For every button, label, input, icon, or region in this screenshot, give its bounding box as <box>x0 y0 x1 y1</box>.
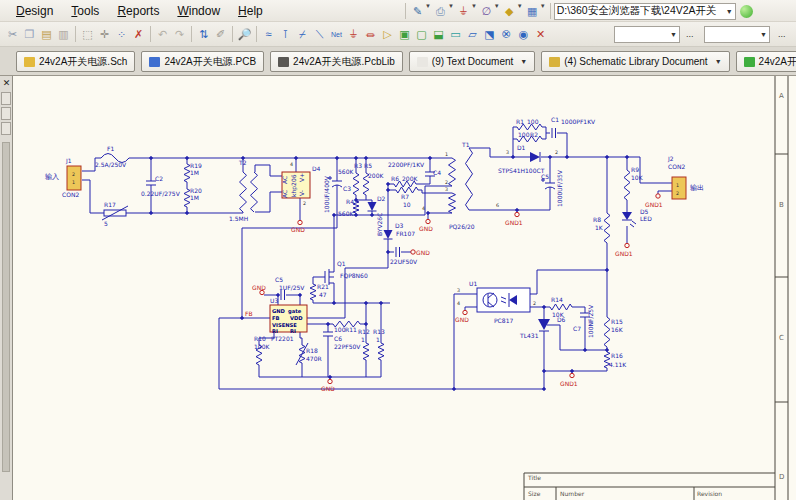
svg-text:47: 47 <box>319 291 327 298</box>
directive-icon[interactable]: ◉ <box>515 26 532 43</box>
junction-icon[interactable]: ◆ <box>501 3 518 20</box>
tab-5[interactable]: (4) Schematic Library Document▼ <box>541 51 729 72</box>
svg-text:D2: D2 <box>377 195 386 202</box>
svg-text:Size: Size <box>528 490 541 497</box>
svg-text:FB: FB <box>272 315 280 321</box>
pcblib-doc-icon <box>278 57 289 67</box>
vcc-port-icon[interactable]: ⏛ <box>362 26 379 43</box>
panel-button[interactable] <box>1 107 11 120</box>
part-icon[interactable]: ▷ <box>379 26 396 43</box>
collapsed-panel-strip[interactable]: ✕ <box>0 76 13 500</box>
schematic-svg[interactable]: ABCDTitleSizeNumberRevisionJ1CON2输入21F12… <box>13 76 796 500</box>
print-icon[interactable]: ⎙ <box>432 3 449 20</box>
svg-text:R13: R13 <box>373 328 385 335</box>
gnd-port-icon[interactable]: ⏚ <box>345 26 362 43</box>
svg-text:2: 2 <box>445 180 448 185</box>
more-button-1[interactable]: ... <box>686 29 694 39</box>
grid-icon[interactable]: ▦ <box>524 3 541 20</box>
bus-icon[interactable]: ⊺ <box>277 26 294 43</box>
svg-text:gate: gate <box>288 308 302 315</box>
find-similar-icon[interactable]: 🔎 <box>236 26 253 43</box>
svg-text:R2: R2 <box>530 131 538 138</box>
tab-6[interactable]: 24v2A开关电源.PCB <box>736 51 796 72</box>
menu-help[interactable]: Help <box>230 1 271 21</box>
svg-text:V+: V+ <box>298 173 305 182</box>
paste-special-icon[interactable]: ▥ <box>55 26 72 43</box>
power-port-icon[interactable]: ⏚ <box>455 3 472 20</box>
svg-text:A: A <box>779 92 784 100</box>
port-icon[interactable]: ⬔ <box>481 26 498 43</box>
paste-icon[interactable]: ▤ <box>38 26 55 43</box>
wire-icon[interactable]: ≈ <box>260 26 277 43</box>
svg-text:D5: D5 <box>640 208 649 215</box>
device-sheet-icon[interactable]: ▭ <box>447 26 464 43</box>
redo-icon[interactable]: ↷ <box>171 26 188 43</box>
more-button-2[interactable]: ... <box>778 29 786 39</box>
panel-button[interactable] <box>1 122 11 135</box>
deselect-icon[interactable]: ⁘ <box>113 26 130 43</box>
svg-text:3: 3 <box>506 150 509 155</box>
ic-part-icon[interactable]: ▣ <box>396 26 413 43</box>
move-updown-icon[interactable]: ⇅ <box>195 26 212 43</box>
svg-text:100: 100 <box>527 118 539 125</box>
combo-arrow-icon[interactable]: ▼ <box>758 31 767 38</box>
tab-dropdown-icon[interactable]: ▼ <box>520 58 527 65</box>
undo-icon[interactable]: ↶ <box>154 26 171 43</box>
no-erc-icon[interactable]: ⮿ <box>498 26 515 43</box>
filter-combo-2[interactable]: ▼ <box>704 26 770 43</box>
svg-text:FB: FB <box>245 310 253 317</box>
wiring-tool-icon[interactable]: ✎ <box>409 3 426 20</box>
svg-text:5: 5 <box>104 220 108 227</box>
schematic-canvas[interactable]: ABCDTitleSizeNumberRevisionJ1CON2输入21F12… <box>13 76 796 500</box>
panel-splitter[interactable] <box>2 142 10 472</box>
document-path-combo[interactable]: D:\360安全浏览器下载\24V2A开关 ▼ <box>554 3 736 20</box>
sheet-entry-icon[interactable]: ⬓ <box>430 26 447 43</box>
tab-4[interactable]: (9) Text Document▼ <box>409 51 535 72</box>
copy-icon[interactable]: ❐ <box>21 26 38 43</box>
menu-window[interactable]: Window <box>169 1 228 21</box>
combo-arrow-icon[interactable]: ▼ <box>724 8 733 15</box>
tab-label: 24v2A开关电源.Sch <box>39 55 127 69</box>
svg-text:GND: GND <box>291 226 305 233</box>
menu-reports[interactable]: Reports <box>109 1 167 21</box>
svg-text:RI: RI <box>290 328 296 334</box>
tab-2[interactable]: 24v2A开关电源.PCB <box>141 51 264 72</box>
pin-icon[interactable]: ∅ <box>478 3 495 20</box>
svg-text:FQP8N60: FQP8N60 <box>340 272 368 279</box>
tab-1[interactable]: 24v2A开关电源.Sch <box>16 51 135 72</box>
svg-text:R18: R18 <box>306 347 318 354</box>
move-icon[interactable]: ✛ <box>96 26 113 43</box>
cut-icon[interactable]: ✂ <box>4 26 21 43</box>
bus-entry-icon[interactable]: ⌿ <box>294 26 311 43</box>
select-area-icon[interactable]: ⬚ <box>79 26 96 43</box>
filter-combo-1[interactable]: ▼ <box>614 26 680 43</box>
svg-text:AC: AC <box>281 190 288 198</box>
menu-design[interactable]: Design <box>8 1 61 21</box>
svg-text:PQ26/20: PQ26/20 <box>449 223 475 230</box>
svg-text:Revision: Revision <box>697 490 722 497</box>
clear-filter-icon[interactable]: ✗ <box>130 26 147 43</box>
svg-text:GND: GND <box>321 385 335 392</box>
tab-label: 24v2A开关电源.PCB <box>759 55 796 69</box>
sheet-symbol-icon[interactable]: ▢ <box>413 26 430 43</box>
svg-text:C4: C4 <box>433 169 441 176</box>
cross-icon[interactable]: ✕ <box>532 26 549 43</box>
line-icon[interactable]: ⟍ <box>311 26 328 43</box>
svg-text:1M: 1M <box>190 194 199 201</box>
svg-text:200K: 200K <box>402 175 418 182</box>
menu-tools[interactable]: Tools <box>63 1 107 21</box>
close-icon[interactable]: ✕ <box>1 78 12 89</box>
tab-label: (4) Schematic Library Document <box>564 56 707 67</box>
svg-text:C3: C3 <box>343 185 351 192</box>
panel-button[interactable] <box>1 92 11 105</box>
combo-arrow-icon[interactable]: ▼ <box>668 31 677 38</box>
svg-text:C5: C5 <box>541 173 549 180</box>
sheet-doc-icon[interactable]: ▱ <box>464 26 481 43</box>
tab-3[interactable]: 24v2A开关电源.PcbLib <box>270 51 403 72</box>
tab-dropdown-icon[interactable]: ▼ <box>715 58 722 65</box>
status-green-icon <box>740 5 753 18</box>
edit-icon[interactable]: ✐ <box>212 26 229 43</box>
net-label-icon[interactable]: Net <box>328 26 345 43</box>
document-path-text: D:\360安全浏览器下载\24V2A开关 <box>557 4 717 18</box>
svg-text:U3: U3 <box>270 297 278 304</box>
